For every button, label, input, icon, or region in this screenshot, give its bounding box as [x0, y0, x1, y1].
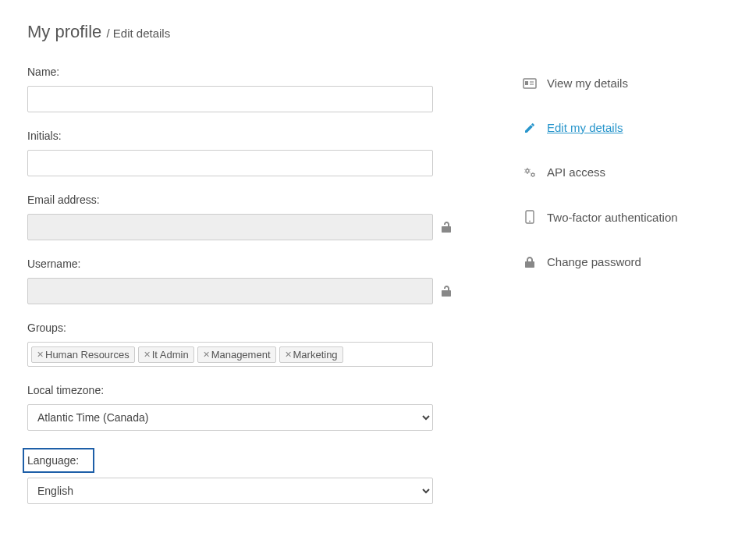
remove-tag-icon[interactable]: ✕: [37, 350, 44, 360]
page-title-main: My profile: [27, 22, 101, 41]
unlock-email-icon[interactable]: [441, 221, 452, 233]
group-tag[interactable]: ✕Marketing: [279, 346, 343, 363]
email-label: Email address:: [27, 194, 452, 206]
group-tag-label: Management: [211, 349, 271, 361]
svg-point-5: [531, 173, 534, 176]
sidebar-item-label: API access: [547, 165, 605, 179]
groups-label: Groups:: [27, 322, 452, 334]
timezone-select[interactable]: Atlantic Time (Canada): [27, 404, 433, 431]
group-tag-label: Human Resources: [45, 349, 130, 361]
page-title-sub: / Edit details: [106, 27, 170, 40]
phone-icon: [522, 210, 538, 224]
sidebar-item-label: Change password: [547, 255, 641, 268]
sidebar-item-edit-details[interactable]: Edit my details: [522, 105, 729, 150]
remove-tag-icon[interactable]: ✕: [203, 350, 210, 360]
sidebar-item-label: View my details: [547, 76, 628, 90]
unlock-username-icon[interactable]: [441, 285, 452, 297]
group-tag-label: Marketing: [293, 349, 338, 361]
language-select[interactable]: English: [27, 478, 433, 504]
svg-point-4: [526, 169, 529, 172]
initials-input[interactable]: [27, 150, 433, 176]
group-tag[interactable]: ✕It Admin: [138, 346, 194, 363]
sidebar-item-label: Two-factor authentication: [547, 211, 678, 224]
name-input[interactable]: [27, 86, 433, 112]
name-label: Name:: [27, 66, 452, 78]
username-label: Username:: [27, 258, 452, 270]
remove-tag-icon[interactable]: ✕: [144, 350, 151, 360]
timezone-label: Local timezone:: [27, 384, 452, 396]
gears-icon: [522, 166, 538, 179]
sidebar-item-label: Edit my details: [547, 121, 623, 134]
pencil-icon: [522, 122, 538, 134]
sidebar-item-api-access[interactable]: API access: [522, 150, 729, 194]
group-tag[interactable]: ✕Management: [197, 346, 276, 363]
groups-input[interactable]: ✕Human Resources ✕It Admin ✕Management ✕…: [27, 342, 433, 367]
page-title: My profile / Edit details: [27, 22, 452, 42]
svg-point-7: [529, 221, 531, 222]
sidebar-item-view-details[interactable]: View my details: [522, 61, 729, 105]
sidebar-item-change-password[interactable]: Change password: [522, 240, 729, 284]
remove-tag-icon[interactable]: ✕: [285, 350, 292, 360]
group-tag-label: It Admin: [152, 349, 189, 361]
sidebar-item-2fa[interactable]: Two-factor authentication: [522, 194, 729, 240]
initials-label: Initials:: [27, 130, 452, 142]
card-icon: [522, 77, 538, 90]
email-input: [27, 214, 433, 240]
group-tag[interactable]: ✕Human Resources: [31, 346, 135, 363]
language-label: Language:: [27, 454, 79, 467]
username-input: [27, 278, 433, 304]
lock-icon: [522, 256, 538, 268]
svg-rect-1: [525, 81, 528, 85]
